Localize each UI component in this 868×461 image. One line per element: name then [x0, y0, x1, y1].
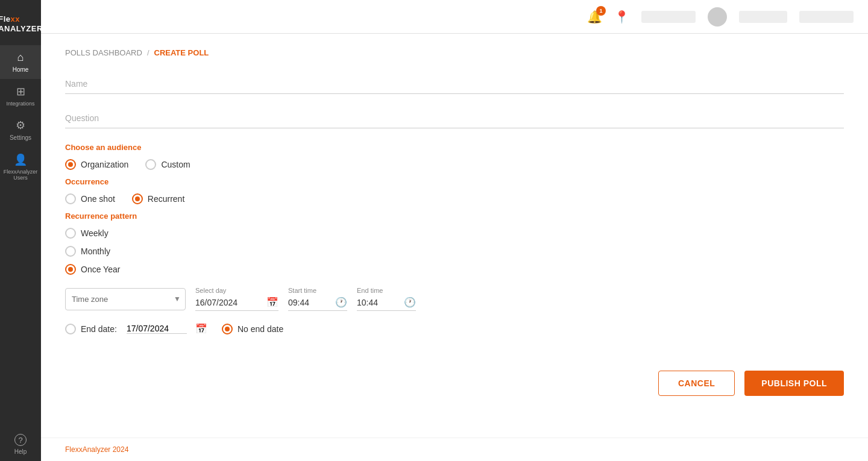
question-field	[65, 108, 844, 128]
end-time-input-wrapper: 🕐	[357, 296, 416, 311]
cancel-button[interactable]: CANCEL	[658, 371, 735, 396]
audience-custom-label: Custom	[161, 160, 190, 169]
sidebar-item-help[interactable]: ? Help	[0, 428, 41, 461]
topbar-user-info-3	[799, 11, 854, 23]
audience-radio-group: Organization Custom	[65, 159, 844, 170]
select-day-input[interactable]	[195, 298, 262, 307]
name-input[interactable]	[65, 74, 844, 94]
occurrence-section: Occurrence One shot Recurrent	[65, 177, 844, 204]
breadcrumb-current: CREATE POLL	[154, 48, 209, 57]
recurrence-onceyear-radio[interactable]	[65, 264, 76, 275]
question-input[interactable]	[65, 108, 844, 128]
clock-end-icon[interactable]: 🕐	[404, 296, 416, 308]
page-footer: FlexxAnalyzer 2024	[41, 437, 868, 461]
timezone-select[interactable]: Time zone	[65, 288, 186, 310]
datetime-row: Time zone ▼ Select day 📅 Start time	[65, 287, 844, 311]
copyright-text: FlexxAnalyzer 2024	[65, 445, 128, 454]
end-date-input[interactable]	[127, 324, 187, 334]
settings-icon: ⚙	[16, 119, 25, 132]
occurrence-oneshot[interactable]: One shot	[65, 193, 115, 204]
recurrence-monthly-label: Monthly	[81, 246, 110, 256]
notification-badge: 1	[596, 6, 606, 16]
end-time-input[interactable]	[357, 298, 399, 307]
sidebar-item-users[interactable]: 👤 FlexxAnalyzerUsers	[0, 147, 41, 187]
recurrence-radio-group: Weekly Monthly Once Year	[65, 228, 844, 275]
start-time-label: Start time	[288, 287, 347, 294]
recurrence-onceyear[interactable]: Once Year	[65, 264, 844, 275]
sidebar-item-label: Integrations	[6, 101, 34, 107]
audience-custom-radio[interactable]	[145, 159, 156, 170]
recurrence-weekly-radio[interactable]	[65, 228, 76, 239]
end-date-row: End date: 📅 No end date	[65, 323, 844, 334]
sidebar-item-label: Home	[13, 66, 29, 73]
audience-org-radio[interactable]	[65, 159, 76, 170]
recurrence-weekly[interactable]: Weekly	[65, 228, 844, 239]
sidebar-item-integrations[interactable]: ⊞ Integrations	[0, 79, 41, 113]
create-poll-form: Choose an audience Organization Custom O…	[65, 74, 844, 396]
calendar-icon[interactable]: 📅	[266, 296, 278, 308]
topbar: 🔔 1 📍	[41, 0, 868, 34]
content-area: POLLS DASHBOARD / CREATE POLL Choose an …	[41, 34, 868, 437]
recurrence-weekly-label: Weekly	[81, 228, 108, 238]
recurrence-monthly[interactable]: Monthly	[65, 246, 844, 257]
audience-organization[interactable]: Organization	[65, 159, 128, 170]
end-date-label: End date:	[81, 324, 117, 334]
home-icon: ⌂	[17, 51, 24, 64]
start-time-wrapper: Start time 🕐	[288, 287, 347, 311]
location-icon[interactable]: 📍	[614, 10, 629, 24]
name-field	[65, 74, 844, 94]
end-time-wrapper: End time 🕐	[357, 287, 416, 311]
recurrence-monthly-radio[interactable]	[65, 246, 76, 257]
avatar	[708, 7, 727, 27]
sidebar-item-home[interactable]: ⌂ Home	[0, 45, 41, 79]
end-date-option[interactable]: End date: 📅	[65, 323, 207, 334]
occurrence-oneshot-label: One shot	[81, 194, 115, 204]
audience-section: Choose an audience Organization Custom	[65, 143, 844, 170]
select-day-wrapper: Select day 📅	[195, 287, 278, 311]
occurrence-radio-group: One shot Recurrent	[65, 193, 844, 204]
help-icon: ?	[14, 434, 27, 446]
start-time-input[interactable]	[288, 298, 330, 307]
sidebar-item-settings[interactable]: ⚙ Settings	[0, 113, 41, 147]
audience-label: Choose an audience	[65, 143, 844, 152]
sidebar-item-label: FlexxAnalyzerUsers	[4, 169, 38, 181]
end-date-radio[interactable]	[65, 324, 76, 334]
recurrence-pattern-label: Recurrence pattern	[65, 212, 844, 221]
users-icon: 👤	[14, 153, 27, 166]
breadcrumb-separator: /	[147, 48, 149, 57]
no-end-date-label: No end date	[237, 324, 283, 334]
end-time-label: End time	[357, 287, 416, 294]
end-date-calendar-icon[interactable]: 📅	[195, 323, 207, 334]
form-footer: CANCEL PUBLISH POLL	[65, 359, 844, 396]
notification-bell[interactable]: 🔔 1	[587, 10, 602, 24]
occurrence-oneshot-radio[interactable]	[65, 193, 76, 204]
sidebar: Flexx ANALYZER ⌂ Home ⊞ Integrations ⚙ S…	[0, 0, 41, 461]
timezone-wrapper: Time zone ▼	[65, 288, 186, 310]
sidebar-item-label: Help	[14, 448, 27, 455]
occurrence-recurrent[interactable]: Recurrent	[132, 193, 184, 204]
breadcrumb: POLLS DASHBOARD / CREATE POLL	[65, 48, 844, 57]
audience-org-label: Organization	[81, 160, 128, 169]
start-time-input-wrapper: 🕐	[288, 296, 347, 311]
occurrence-recurrent-radio[interactable]	[132, 193, 143, 204]
no-end-date-radio[interactable]	[222, 324, 233, 334]
topbar-user-info-2	[739, 11, 787, 23]
occurrence-recurrent-label: Recurrent	[148, 194, 184, 204]
integrations-icon: ⊞	[16, 85, 25, 98]
select-day-input-wrapper: 📅	[195, 296, 278, 311]
recurrence-onceyear-label: Once Year	[81, 265, 120, 274]
sidebar-item-label: Settings	[10, 134, 31, 141]
topbar-user-info-1	[641, 11, 696, 23]
main-area: 🔔 1 📍 POLLS DASHBOARD / CREATE POLL	[41, 0, 868, 461]
breadcrumb-parent: POLLS DASHBOARD	[65, 48, 142, 57]
occurrence-label: Occurrence	[65, 177, 844, 186]
app-logo: Flexx ANALYZER	[0, 6, 41, 45]
publish-poll-button[interactable]: PUBLISH POLL	[744, 371, 844, 396]
select-day-label: Select day	[195, 287, 278, 294]
audience-custom[interactable]: Custom	[145, 159, 190, 170]
recurrence-section: Recurrence pattern Weekly Monthly Once Y…	[65, 212, 844, 275]
clock-icon[interactable]: 🕐	[335, 296, 347, 308]
no-end-date-option[interactable]: No end date	[222, 324, 283, 334]
